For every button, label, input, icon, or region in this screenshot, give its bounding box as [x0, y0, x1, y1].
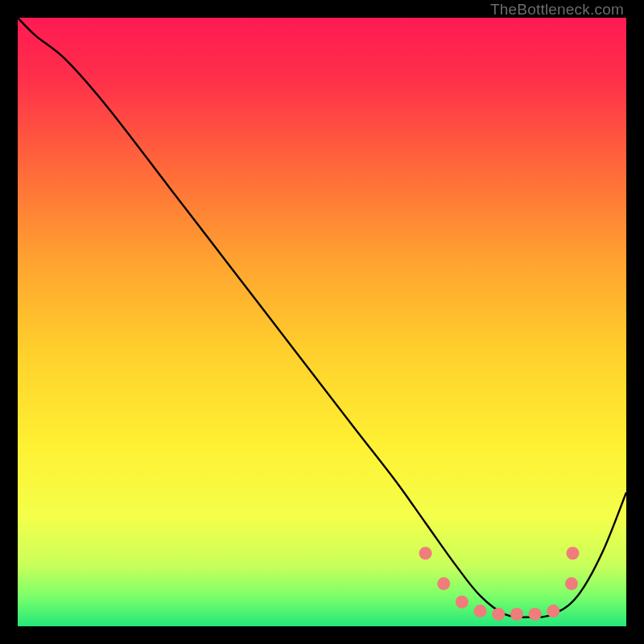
svg-rect-0 — [18, 18, 626, 626]
background-gradient — [18, 18, 626, 626]
chart-frame: TheBottleneck.com — [0, 0, 644, 644]
plot-area — [18, 18, 626, 626]
watermark-text: TheBottleneck.com — [490, 1, 624, 19]
